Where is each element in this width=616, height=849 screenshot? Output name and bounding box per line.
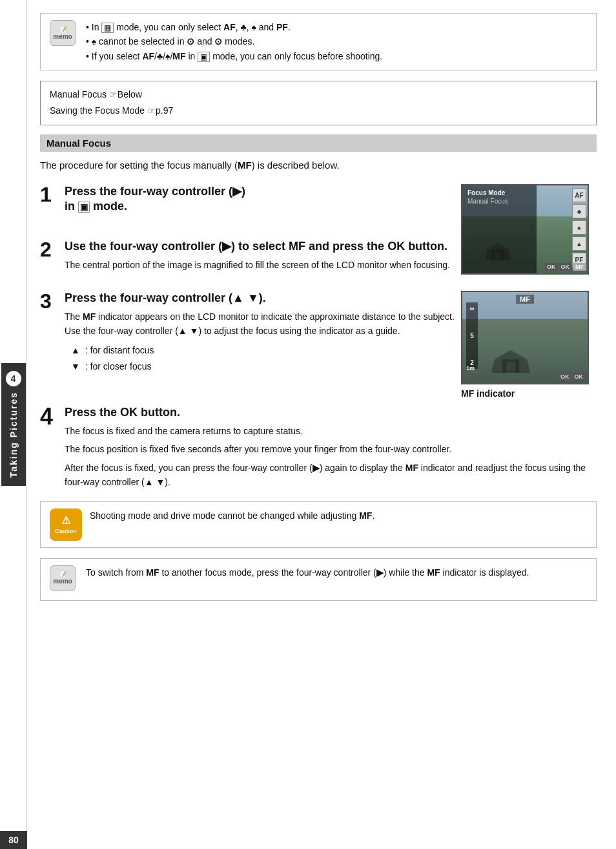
step-2-title: Use the four-way controller (▶) to selec… <box>65 239 455 254</box>
memo-icon-top: 📝 memo <box>50 20 78 48</box>
caution-box: ⚠ Caution Shooting mode and drive mode c… <box>40 501 597 548</box>
step-2-desc: The central portion of the image is magn… <box>65 258 455 272</box>
step-2: 2 Use the four-way controller (▶) to sel… <box>40 239 455 273</box>
page-container: 4 Taking Pictures 80 📝 memo In ▦ mode, y… <box>0 0 616 849</box>
screen1-ok2: OK <box>559 263 572 271</box>
side-icons: AF ♣ ♠ ▲ PF <box>572 188 586 267</box>
svg-rect-5 <box>506 362 515 373</box>
step-3-bullets: : for distant focus : for closer focus <box>71 342 455 375</box>
step-3-bullet-2: : for closer focus <box>71 359 455 375</box>
arrow-up-icon <box>71 342 80 359</box>
distance-1m: 1m <box>466 365 475 372</box>
step-3-content: Press the four-way controller (▲ ▼). The… <box>65 291 455 379</box>
section-header: Manual Focus <box>40 134 597 152</box>
memo-top-text: In ▦ mode, you can only select AF, ♣, ♠ … <box>86 20 382 63</box>
sidebar: 4 Taking Pictures 80 <box>0 0 27 849</box>
caution-icon: ⚠ Caution <box>50 508 82 541</box>
focus-bar: ∞ 5 2 <box>466 302 478 369</box>
step-2-content: Use the four-way controller (▶) to selec… <box>65 239 455 273</box>
memo-icon-label: 📝 memo <box>50 20 76 46</box>
memo-bullet-1: In ▦ mode, you can only select AF, ♣, ♠ … <box>86 20 382 34</box>
memo-icon-bottom-label: 📝 memo <box>50 565 76 591</box>
step-1: 1 Press the four-way controller (▶)in ▣ … <box>40 184 455 218</box>
screen1-ok1: OK <box>545 263 558 271</box>
step-4-title: Press the OK button. <box>65 405 597 420</box>
caution-text: Shooting mode and drive mode cannot be c… <box>90 508 375 523</box>
step-4-number: 4 <box>40 405 58 428</box>
screen-image-2-container: MF ∞ 5 2 1m OK OK MF indi <box>461 291 597 399</box>
steps-1-2-container: 1 Press the four-way controller (▶)in ▣ … <box>40 184 597 284</box>
step-1-title: Press the four-way controller (▶)in ▣ mo… <box>65 184 455 215</box>
macro1-icon: ♣ <box>572 204 586 218</box>
screen1-bottom-bar: OK OK MF <box>545 263 586 271</box>
screen1-mf: MF <box>573 263 586 271</box>
screen2-ok1: OK <box>559 373 571 381</box>
step-2-number: 2 <box>40 239 58 260</box>
ref-box: Manual Focus ☞Below Saving the Focus Mod… <box>40 81 597 125</box>
step-4-desc: The focus is fixed and the camera return… <box>65 424 597 490</box>
arrow-down-icon <box>71 359 80 375</box>
step-3-number: 3 <box>40 291 58 311</box>
menu-subtitle: Manual Focus <box>467 198 531 205</box>
camera-screen-2: MF ∞ 5 2 1m OK OK <box>461 291 589 384</box>
step-4: 4 Press the OK button. The focus is fixe… <box>40 405 597 490</box>
screen2-mf-top: MF <box>516 295 534 304</box>
landscape-icon: ▲ <box>572 236 586 251</box>
memo-box-bottom: 📝 memo To switch from MF to another focu… <box>40 558 597 601</box>
step-3-container: 3 Press the four-way controller (▲ ▼). T… <box>40 291 597 399</box>
screen2-ok2: OK <box>573 373 586 381</box>
section-title: Manual Focus <box>46 138 111 149</box>
step-3: 3 Press the four-way controller (▲ ▼). T… <box>40 291 455 379</box>
screen2-caption: MF indicator <box>461 388 597 399</box>
chapter-tab: 4 Taking Pictures <box>1 363 26 485</box>
chapter-number: 4 <box>6 371 21 386</box>
menu-panel: Focus Mode Manual Focus <box>462 185 537 273</box>
step-3-left: 3 Press the four-way controller (▲ ▼). T… <box>40 291 455 399</box>
memo-bullet-3: If you select AF/♣/♠/MF in ▣ mode, you c… <box>86 49 382 63</box>
memo-bottom-text: To switch from MF to another focus mode,… <box>86 565 529 580</box>
step-3-desc: The MF indicator appears on the LCD moni… <box>65 309 455 339</box>
screen2-bottom-bar: OK OK <box>559 373 585 381</box>
step-4-content: Press the OK button. The focus is fixed … <box>65 405 597 490</box>
page-number: 80 <box>0 831 27 849</box>
menu-title: Focus Mode <box>467 189 531 196</box>
screen-image-1-container: Focus Mode Manual Focus AF ♣ ♠ ▲ PF OK <box>461 184 597 284</box>
macro2-icon: ♠ <box>572 220 586 235</box>
intro-text: The procedure for setting the focus manu… <box>40 158 597 173</box>
memo-icon-bottom: 📝 memo <box>50 565 78 594</box>
step-3-bullet-2-text: : for closer focus <box>85 359 152 375</box>
distance-inf: ∞ <box>469 305 474 312</box>
ref-line-1: Manual Focus ☞Below <box>50 87 587 103</box>
step-3-bullet-1-text: : for distant focus <box>85 342 154 359</box>
chapter-label: Taking Pictures <box>8 392 19 477</box>
steps-1-2-left: 1 Press the four-way controller (▶)in ▣ … <box>40 184 455 284</box>
main-content: 📝 memo In ▦ mode, you can only select AF… <box>27 0 616 849</box>
memo-bullet-2: ♠ cannot be selected in ⊙ and ⊙ modes. <box>86 34 382 48</box>
ref-line-2: Saving the Focus Mode ☞p.97 <box>50 103 587 119</box>
step-1-content: Press the four-way controller (▶)in ▣ mo… <box>65 184 455 218</box>
step-3-title: Press the four-way controller (▲ ▼). <box>65 291 455 306</box>
step-1-number: 1 <box>40 184 58 205</box>
af-icon: AF <box>572 188 586 202</box>
step-3-bullet-1: : for distant focus <box>71 342 455 359</box>
memo-box-top: 📝 memo In ▦ mode, you can only select AF… <box>40 13 597 70</box>
distance-5: 5 <box>470 332 474 339</box>
camera-screen-1: Focus Mode Manual Focus AF ♣ ♠ ▲ PF OK <box>461 184 589 275</box>
